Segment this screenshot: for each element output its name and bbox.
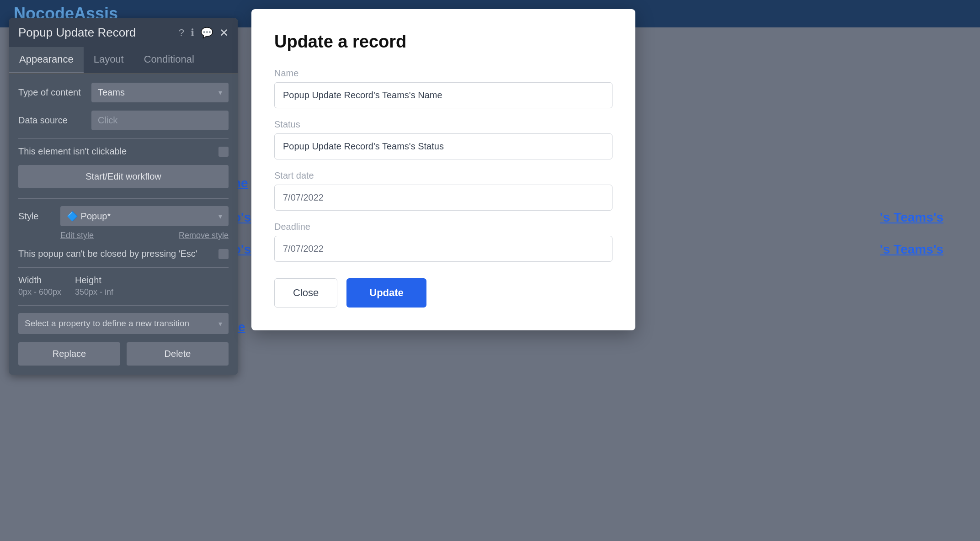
comment-icon[interactable]: 💬 (201, 27, 213, 39)
help-icon[interactable]: ? (179, 27, 184, 39)
divider-3 (18, 267, 229, 268)
transition-select[interactable]: Select a property to define a new transi… (18, 313, 229, 334)
width-label: Width (18, 275, 61, 286)
style-row: Style 🔷 Popup* ▾ (18, 206, 229, 226)
divider-4 (18, 305, 229, 306)
type-of-content-row: Type of content Teams ▾ (18, 83, 229, 102)
type-of-content-label: Type of content (18, 87, 91, 98)
modal-actions: Close Update (274, 278, 612, 308)
height-group: Height 350px - inf (75, 275, 113, 297)
height-value: 350px - inf (75, 287, 113, 297)
bg-text-teams1: 's Teams's (880, 210, 943, 225)
status-input[interactable] (274, 133, 612, 159)
edit-style-link[interactable]: Edit style (60, 231, 94, 240)
clickable-label: This element isn't clickable (18, 146, 127, 157)
tab-appearance[interactable]: Appearance (9, 47, 84, 73)
replace-button[interactable]: Replace (18, 342, 120, 366)
dimensions-row: Width 0px - 600px Height 350px - inf (18, 275, 229, 297)
start-date-input[interactable] (274, 185, 612, 211)
close-button[interactable]: Close (274, 278, 337, 308)
divider-1 (18, 138, 229, 139)
left-panel: Popup Update Record ? ℹ 💬 ✕ Appearance L… (9, 18, 238, 375)
modal-title: Update a record (274, 32, 612, 52)
info-icon[interactable]: ℹ (191, 27, 194, 39)
chevron-down-icon-style: ▾ (218, 212, 222, 221)
panel-icons: ? ℹ 💬 ✕ (179, 27, 229, 39)
data-source-label: Data source (18, 115, 91, 126)
data-source-input[interactable]: Click (91, 111, 229, 130)
transition-label: Select a property to define a new transi… (25, 318, 189, 329)
width-group: Width 0px - 600px (18, 275, 61, 297)
panel-body: Type of content Teams ▾ Data source Clic… (9, 74, 238, 375)
deadline-input[interactable] (274, 236, 612, 262)
delete-button[interactable]: Delete (127, 342, 229, 366)
workflow-button[interactable]: Start/Edit workflow (18, 165, 229, 188)
esc-label: This popup can't be closed by pressing '… (18, 249, 197, 259)
type-of-content-select[interactable]: Teams ▾ (91, 83, 229, 102)
update-record-modal: Update a record Name Status Start date D… (251, 9, 635, 330)
tab-conditional[interactable]: Conditional (134, 47, 204, 73)
deadline-label: Deadline (274, 222, 612, 232)
deadline-field-group: Deadline (274, 222, 612, 262)
close-icon[interactable]: ✕ (219, 27, 229, 39)
clickable-row: This element isn't clickable (18, 146, 229, 157)
bottom-buttons: Replace Delete (18, 342, 229, 366)
chevron-down-icon: ▾ (218, 88, 222, 97)
style-links: Edit style Remove style (18, 231, 229, 240)
update-button[interactable]: Update (346, 278, 426, 308)
bg-text-teams2: 's Teams's (880, 242, 943, 257)
name-input[interactable] (274, 82, 612, 108)
esc-checkbox[interactable] (218, 249, 229, 259)
chevron-down-icon-transition: ▾ (218, 319, 222, 328)
width-value: 0px - 600px (18, 287, 61, 297)
tabs: Appearance Layout Conditional (9, 47, 238, 74)
divider-2 (18, 198, 229, 199)
remove-style-link[interactable]: Remove style (179, 231, 229, 240)
data-source-row: Data source Click (18, 111, 229, 130)
status-field-group: Status (274, 119, 612, 159)
start-date-field-group: Start date (274, 170, 612, 211)
esc-row: This popup can't be closed by pressing '… (18, 249, 229, 259)
panel-title: Popup Update Record (18, 26, 136, 40)
status-label: Status (274, 119, 612, 130)
style-select[interactable]: 🔷 Popup* ▾ (60, 206, 229, 226)
style-label: Style (18, 211, 55, 222)
height-label: Height (75, 275, 113, 286)
name-field-group: Name (274, 68, 612, 108)
panel-header: Popup Update Record ? ℹ 💬 ✕ (9, 18, 238, 47)
tab-layout[interactable]: Layout (84, 47, 134, 73)
start-date-label: Start date (274, 170, 612, 181)
clickable-checkbox[interactable] (218, 147, 229, 157)
name-label: Name (274, 68, 612, 79)
